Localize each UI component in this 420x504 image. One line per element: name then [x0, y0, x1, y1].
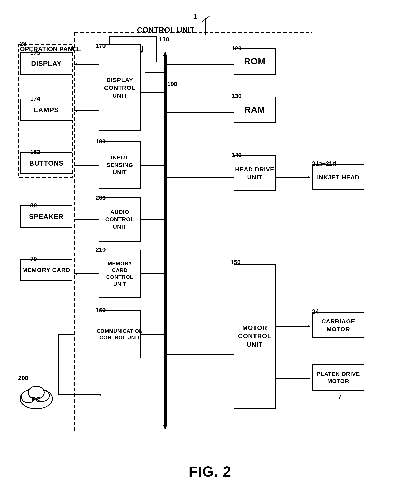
speaker-box: SPEAKER	[20, 205, 72, 228]
svg-marker-23	[141, 218, 143, 221]
motor-control-box: MOTORCONTROLUNIT	[234, 264, 276, 409]
ram-box: RAM	[234, 97, 276, 123]
control-unit-label: CONTROL UNIT	[137, 26, 194, 34]
svg-marker-33	[74, 63, 77, 66]
inkjet-head-box: INKJET HEAD	[312, 164, 364, 190]
motor-control-ref: 150	[231, 259, 241, 266]
svg-marker-3	[204, 32, 206, 35]
inkjet-head-ref: 21a~21d	[312, 160, 336, 167]
audio-control-ref: 200	[96, 194, 106, 201]
rom-box: ROM	[234, 48, 276, 74]
svg-marker-13	[165, 176, 167, 178]
input-sensing-ref: 180	[96, 138, 106, 145]
svg-marker-6	[163, 425, 167, 430]
lamps-ref: 174	[30, 95, 40, 102]
display-box: DISPLAY	[20, 52, 72, 74]
svg-marker-17	[141, 92, 143, 94]
memory-card-box: MEMORY CARD	[20, 259, 72, 281]
svg-marker-50	[308, 325, 310, 327]
svg-marker-26	[141, 273, 143, 275]
op-panel-label: OPERATION PANEL	[20, 45, 81, 53]
svg-marker-25	[163, 273, 165, 275]
buttons-box: BUTTONS	[20, 152, 72, 174]
svg-marker-35	[74, 110, 77, 112]
carriage-motor-box: CARRIAGEMOTOR	[312, 312, 364, 338]
fig-label: FIG. 2	[189, 463, 231, 480]
display-ref: 175	[30, 49, 40, 56]
svg-marker-44	[99, 394, 101, 396]
svg-marker-28	[163, 333, 165, 335]
head-drive-box: HEAD DRIVEUNIT	[234, 155, 276, 191]
svg-marker-14	[232, 176, 234, 178]
pc-ref: 200	[18, 375, 28, 381]
display-control-box: DISPLAYCONTROLUNIT	[99, 44, 141, 131]
svg-marker-48	[308, 176, 310, 178]
comm-control-ref: 160	[96, 307, 106, 313]
input-sensing-box: INPUT SENSINGUNIT	[99, 141, 141, 189]
ref-1: 1	[193, 13, 197, 20]
audio-control-box: AUDIO CONTROLUNIT	[99, 197, 141, 242]
svg-marker-52	[308, 378, 310, 380]
memory-card-control-ref: 210	[96, 246, 106, 253]
svg-marker-31	[165, 353, 167, 355]
svg-marker-16	[163, 92, 165, 94]
platen-drive-box: PLATEN DRIVEMOTOR	[312, 365, 364, 391]
op-panel-ref: 28	[20, 40, 26, 47]
svg-marker-9	[165, 63, 167, 66]
memory-card-control-box: MEMORY CARDCONTROL UNIT	[99, 250, 141, 298]
svg-text:PC: PC	[32, 396, 41, 403]
rom-ref: 120	[232, 45, 242, 52]
buttons-ref: 182	[30, 149, 40, 156]
cpu-ref: 110	[159, 36, 169, 43]
speaker-ref: 80	[30, 202, 37, 209]
display-control-ref: 170	[96, 42, 106, 49]
svg-marker-19	[163, 164, 165, 166]
ram-ref: 130	[232, 93, 242, 99]
svg-marker-42	[74, 273, 77, 275]
comm-control-box: COMMUNICATIONCONTROL UNIT	[99, 310, 141, 358]
memory-card-ref: 70	[30, 255, 37, 262]
pc-cloud: PC	[18, 378, 54, 411]
carriage-motor-ref: 24	[312, 308, 319, 315]
svg-marker-22	[163, 218, 165, 221]
lamps-box: LAMPS	[20, 99, 72, 121]
svg-line-53	[201, 16, 209, 22]
head-drive-ref: 140	[232, 152, 242, 158]
svg-marker-11	[165, 112, 167, 114]
svg-marker-20	[141, 164, 143, 166]
bus-ref: 190	[167, 81, 177, 87]
svg-marker-5	[163, 51, 167, 56]
platen-drive-ref: 7	[338, 393, 342, 400]
